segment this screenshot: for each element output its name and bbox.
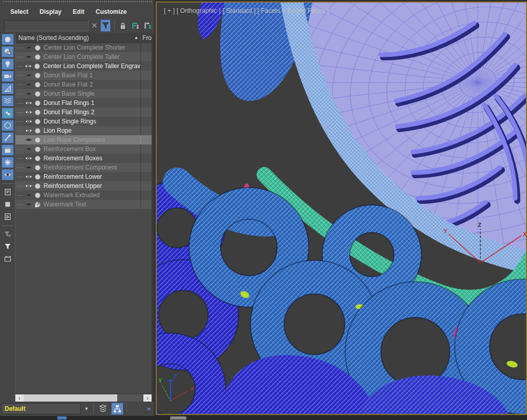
eye-open-icon[interactable] [25,109,33,115]
selection-filter-button[interactable] [100,19,111,32]
eye-closed-icon[interactable] [25,146,33,152]
display-geometry-button[interactable] [2,34,14,45]
display-spacewarps-button[interactable] [2,95,14,107]
scrollbar-track[interactable] [24,394,143,402]
menu-display[interactable]: Display [39,8,61,15]
list-item[interactable]: Donut Base Flat 2 [15,80,152,89]
frozen-cell[interactable] [140,135,152,144]
eye-open-icon[interactable] [24,63,32,69]
display-frozen-button[interactable] [2,157,14,168]
preset-combo[interactable]: Default [1,403,81,414]
eye-closed-icon[interactable] [25,81,33,88]
menu-select[interactable]: Select [10,8,28,15]
display-cameras-button[interactable] [2,71,14,82]
eye-closed-icon[interactable] [25,164,33,171]
eye-open-icon[interactable] [25,118,33,124]
eye-closed-icon[interactable] [25,45,33,51]
list-item[interactable]: Donut Single Rings [15,117,152,126]
list-item[interactable]: Lion Rope Component [15,135,152,144]
filter-settings-button[interactable] [2,228,14,240]
filter-button[interactable] [2,241,14,252]
list-item[interactable]: Reinforcement Lower [15,172,152,181]
eye-closed-icon[interactable] [25,72,33,78]
doc-list-alt-button[interactable] [2,211,14,222]
frozen-cell[interactable] [140,52,152,61]
eye-closed-icon[interactable] [25,201,33,207]
eye-open-icon[interactable] [25,174,33,180]
menu-edit[interactable]: Edit [73,8,85,15]
eye-closed-icon[interactable] [25,91,33,97]
frozen-cell[interactable] [140,126,152,135]
frozen-cell[interactable] [140,117,152,126]
viewport-label[interactable]: [ + ] [ Orthographic ] [ Standard ] [ Fa… [164,7,329,14]
menu-customize[interactable]: Customize [96,8,127,15]
display-hidden-button[interactable] [2,169,14,180]
scrollbar-thumb[interactable] [24,394,117,402]
frozen-cell[interactable] [140,80,152,89]
list-item[interactable]: Donut Base Flat 1 [15,71,152,80]
list-item[interactable]: Lion Rope [15,126,152,135]
expand-tree-button[interactable] [131,19,141,32]
list-item[interactable]: Center Lion Complete Taller [15,52,152,61]
display-hidden-icon [4,171,12,179]
list-item[interactable]: Watermark Extruded [15,191,152,200]
scroll-left-icon[interactable]: ‹ [15,394,24,402]
frozen-cell[interactable] [140,181,152,191]
eye-open-icon[interactable] [25,155,33,161]
frozen-cell[interactable] [140,163,152,172]
list-item[interactable]: Donut Flat Rings 1 [15,98,152,108]
search-input[interactable] [4,20,89,31]
eye-open-icon[interactable] [25,183,33,189]
list-item[interactable]: Donut Base Single [15,89,152,98]
eye-closed-icon[interactable] [25,192,33,198]
scroll-right-icon[interactable]: › [143,394,152,402]
list-item[interactable]: Watermark Text [15,200,152,209]
eye-open-icon[interactable] [25,100,33,106]
display-groups-button[interactable] [2,108,14,119]
folder-button[interactable] [2,253,14,264]
square-button[interactable] [2,199,14,210]
column-header-name[interactable]: Name (Sorted Ascending) ▲ [15,34,140,41]
lock-button[interactable] [118,19,128,32]
eye-open-icon[interactable] [25,128,33,134]
combo-dropdown-icon[interactable]: ▼ [83,406,90,411]
collapse-tree-button[interactable] [143,19,153,32]
display-bones-button[interactable] [2,132,14,143]
frozen-cell[interactable] [140,144,152,154]
display-boxes-button[interactable] [2,144,14,156]
hierarchy-view-button[interactable] [111,403,123,415]
list-empty-area [15,209,152,393]
list-item[interactable]: Reinforcement Box [15,144,152,154]
tree-connector [17,204,24,205]
frozen-cell[interactable] [140,43,152,52]
eye-closed-icon[interactable] [25,54,33,60]
frozen-cell[interactable] [140,154,152,163]
layers-view-button[interactable] [97,403,109,415]
display-helpers-button[interactable] [2,83,14,94]
frozen-cell[interactable] [140,98,152,108]
list-item[interactable]: Reinforcement Upper [15,181,152,191]
horizontal-scrollbar[interactable]: ‹ › [15,393,152,402]
dock-grip[interactable] [3,1,152,5]
frozen-cell[interactable] [140,89,152,98]
list-item[interactable]: Reinforcement Component [15,163,152,172]
column-header-frozen[interactable]: Froz [140,34,152,41]
frozen-cell[interactable] [140,108,152,117]
display-containers-button[interactable] [2,120,14,131]
clear-search-icon[interactable]: ✕ [91,21,98,30]
frozen-cell[interactable] [140,71,152,80]
frozen-cell[interactable] [140,200,152,209]
eye-closed-icon[interactable] [25,137,33,143]
frozen-cell[interactable] [140,191,152,200]
list-item[interactable]: Center Lion Complete Shorter [15,43,152,52]
list-item[interactable]: Center Lion Complete Taller Engraved [15,61,152,71]
list-item[interactable]: Reinforcement Boxes [15,154,152,163]
viewport[interactable]: Y X Z x Y Z [ + ] [ Orthographic ] [ Sta… [156,2,527,415]
display-lights-button[interactable] [2,58,14,70]
frozen-cell[interactable] [140,61,152,71]
more-tools-chevron[interactable]: » [147,405,150,412]
frozen-cell[interactable] [140,172,152,181]
doc-list-button[interactable] [2,186,14,198]
display-shapes-button[interactable] [2,46,14,57]
list-item[interactable]: Donut Flat Rings 2 [15,108,152,117]
